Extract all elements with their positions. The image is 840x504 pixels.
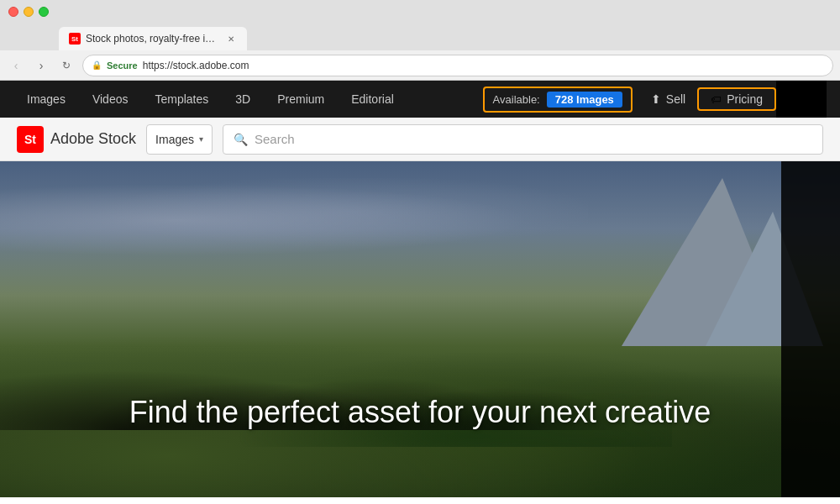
search-icon: 🔍 (234, 133, 248, 146)
pricing-label: Pricing (727, 92, 763, 106)
available-count-badge: 728 Images (547, 92, 622, 108)
tab-close-button[interactable]: ✕ (225, 33, 237, 45)
hero-headline: Find the perfect asset for your next cre… (129, 395, 711, 429)
sell-button[interactable]: ⬆ Sell (639, 92, 697, 106)
tab-title: Stock photos, royalty-free ima... (86, 33, 220, 45)
search-bar: St Adobe Stock Images ▾ 🔍 Search (0, 118, 840, 161)
adobe-st-badge: St (17, 126, 44, 153)
tab-bar: St Stock photos, royalty-free ima... ✕ (0, 24, 840, 50)
available-label: Available: (493, 93, 540, 106)
nav-premium[interactable]: Premium (264, 81, 338, 118)
dropdown-value: Images (155, 133, 194, 146)
back-button[interactable]: ‹ (7, 56, 25, 75)
nav-templates[interactable]: Templates (141, 81, 222, 118)
url-text: https://stock.adobe.com (143, 60, 249, 71)
maximize-button[interactable] (39, 7, 49, 17)
nav-videos[interactable]: Videos (79, 81, 142, 118)
sell-label: Sell (666, 92, 685, 106)
upload-icon: ⬆ (651, 92, 661, 106)
right-panel (781, 161, 840, 497)
secure-label: Secure (107, 60, 138, 71)
available-box: Available: 728 Images (483, 87, 633, 113)
adobe-stock-brand: Adobe Stock (50, 130, 136, 148)
close-button[interactable] (8, 7, 18, 17)
site-nav: Images Videos Templates 3D Premium Edito… (0, 81, 840, 118)
minimize-button[interactable] (24, 7, 34, 17)
nav-3d[interactable]: 3D (222, 81, 264, 118)
address-bar[interactable]: 🔒 Secure https://stock.adobe.com (82, 55, 833, 76)
hero-text: Find the perfect asset for your next cre… (129, 395, 711, 430)
tag-icon: 🏷 (711, 93, 722, 106)
lock-icon: 🔒 (92, 60, 102, 70)
refresh-button[interactable]: ↻ (57, 56, 76, 75)
hero-clouds (0, 178, 588, 262)
nav-editorial[interactable]: Editorial (338, 81, 407, 118)
nav-images[interactable]: Images (13, 81, 79, 118)
chevron-down-icon: ▾ (199, 134, 203, 144)
adobe-logo[interactable]: St Adobe Stock (17, 126, 136, 153)
title-bar (0, 0, 840, 24)
tab-favicon: St (69, 33, 81, 45)
nav-links: Images Videos Templates 3D Premium Edito… (13, 81, 407, 118)
search-placeholder: Search (255, 132, 295, 146)
hero-section: Find the perfect asset for your next cre… (0, 161, 840, 497)
search-input-wrapper[interactable]: 🔍 Search (223, 124, 823, 155)
pricing-button[interactable]: 🏷 Pricing (697, 87, 776, 111)
browser-tab[interactable]: St Stock photos, royalty-free ima... ✕ (59, 27, 247, 50)
forward-button[interactable]: › (32, 56, 50, 75)
browser-nav-bar: ‹ › ↻ 🔒 Secure https://stock.adobe.com (0, 50, 840, 81)
nav-right: Available: 728 Images ⬆ Sell 🏷 Pricing (483, 81, 827, 118)
website-content: Images Videos Templates 3D Premium Edito… (0, 81, 840, 497)
browser-window: St Stock photos, royalty-free ima... ✕ ‹… (0, 0, 840, 497)
search-type-dropdown[interactable]: Images ▾ (146, 124, 213, 155)
user-area (776, 81, 827, 118)
